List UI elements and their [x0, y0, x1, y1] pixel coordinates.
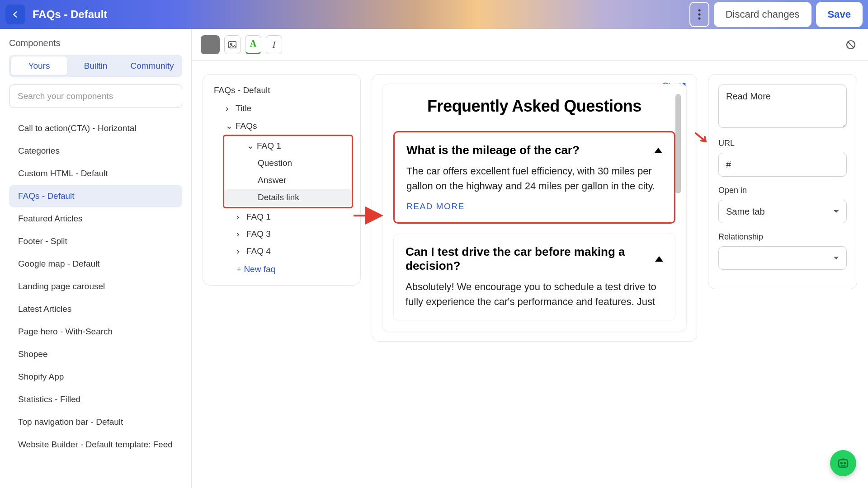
open-in-select[interactable]: Same tab	[718, 200, 847, 223]
outline-highlight: ⌄FAQ 1 Question Answer Details link	[223, 135, 353, 208]
component-tabs: Yours Builtin Community	[9, 55, 182, 77]
canvas-toolbar: A I	[192, 29, 868, 61]
preview-scrollbar[interactable]	[675, 94, 681, 193]
dots-vertical-icon	[698, 9, 701, 20]
faq-answer-text: Absolutely! We encourage you to schedule…	[406, 279, 663, 309]
faq-item-2[interactable]: Can I test drive the car before making a…	[393, 234, 675, 320]
collapse-icon[interactable]	[655, 256, 663, 262]
svg-point-8	[841, 463, 842, 464]
save-button[interactable]: Save	[816, 2, 863, 27]
faq-widget: Frequently Asked Questions What is the m…	[382, 84, 687, 331]
svg-point-4	[230, 43, 232, 45]
component-list-item[interactable]: Featured Articles	[9, 207, 182, 230]
outline-title-node[interactable]: ›Title	[214, 100, 356, 117]
relationship-label: Relationship	[718, 232, 847, 242]
annotation-arrow-1	[353, 209, 384, 224]
properties-panel: Read More URL Open in Same tab Relations…	[708, 74, 857, 289]
canvas-area: A I FAQs - Default ›Title ⌄FAQs ⌄FAQ 1 Q…	[192, 29, 868, 488]
chatbot-icon	[836, 456, 850, 470]
relationship-select[interactable]	[718, 246, 847, 270]
prohibit-icon	[845, 39, 856, 50]
read-more-text-input[interactable]: Read More	[718, 84, 847, 128]
tab-community[interactable]: Community	[124, 56, 180, 75]
discard-button[interactable]: Discard changes	[714, 2, 811, 27]
faq-question-text: What is the mileage of the car?	[406, 143, 580, 157]
annotation-arrow-2	[695, 132, 708, 145]
tab-builtin[interactable]: Builtin	[67, 56, 124, 75]
search-input[interactable]	[18, 91, 174, 101]
sidebar-title: Components	[9, 38, 182, 48]
more-button[interactable]	[689, 2, 709, 27]
component-list-item[interactable]: Top navigation bar - Default	[9, 411, 182, 433]
image-icon	[227, 40, 237, 50]
outline-question[interactable]: Question	[224, 155, 352, 172]
faq-heading: Frequently Asked Questions	[393, 97, 675, 116]
component-list-item[interactable]: Categories	[9, 140, 182, 162]
svg-point-2	[698, 18, 700, 20]
collapse-icon[interactable]	[654, 148, 662, 153]
outline-faqs-node[interactable]: ⌄FAQs	[214, 117, 356, 135]
outline-faq1-open[interactable]: ⌄FAQ 1	[224, 137, 352, 155]
italic-tool[interactable]: I	[266, 35, 282, 54]
svg-point-9	[844, 463, 845, 464]
outline-new-faq[interactable]: + New faq	[214, 260, 356, 274]
svg-point-1	[698, 14, 700, 16]
arrow-left-icon	[10, 9, 20, 19]
back-button[interactable]	[5, 5, 25, 24]
outline-panel: FAQs - Default ›Title ⌄FAQs ⌄FAQ 1 Quest…	[203, 74, 361, 286]
component-list-item[interactable]: FAQs - Default	[9, 185, 182, 207]
component-list-item[interactable]: Shopify App	[9, 366, 182, 388]
component-list-item[interactable]: Custom HTML - Default	[9, 162, 182, 185]
faq-question-text: Can I test drive the car before making a…	[406, 245, 650, 273]
component-list-item[interactable]: Statistics - Filled	[9, 388, 182, 411]
text-color-tool[interactable]: A	[245, 35, 261, 54]
reset-tool[interactable]	[843, 35, 859, 54]
color-swatch[interactable]	[201, 35, 220, 54]
component-list-item[interactable]: Website Builder - Default template: Feed	[9, 433, 182, 456]
tab-yours[interactable]: Yours	[11, 56, 67, 75]
svg-point-0	[698, 9, 700, 12]
preview-panel: Frequently Asked Questions What is the m…	[372, 74, 697, 342]
outline-details-link[interactable]: Details link	[224, 189, 352, 206]
component-list-item[interactable]: Google map - Default	[9, 253, 182, 275]
component-list-item[interactable]: Page hero - With-Search	[9, 320, 182, 343]
components-sidebar: Components Yours Builtin Community Call …	[0, 29, 192, 488]
help-fab[interactable]	[830, 450, 856, 476]
outline-faq-node[interactable]: ›FAQ 3	[214, 225, 356, 243]
outline-answer[interactable]: Answer	[224, 172, 352, 189]
component-list-item[interactable]: Shopee	[9, 343, 182, 366]
faq-read-more-link[interactable]: READ MORE	[406, 202, 465, 211]
component-list-item[interactable]: Call to action(CTA) - Horizontal	[9, 117, 182, 140]
outline-faq-node[interactable]: ›FAQ 1	[214, 208, 356, 225]
open-in-label: Open in	[718, 186, 847, 195]
search-wrapper	[9, 84, 182, 108]
url-input[interactable]	[718, 153, 847, 177]
page-title: FAQs - Default	[33, 8, 682, 21]
outline-root[interactable]: FAQs - Default	[214, 85, 356, 95]
outline-faq-node[interactable]: ›FAQ 4	[214, 243, 356, 260]
component-list-item[interactable]: Latest Articles	[9, 298, 182, 320]
top-bar: FAQs - Default Discard changes Save	[0, 0, 868, 29]
faq-item-1[interactable]: What is the mileage of the car? The car …	[393, 131, 675, 224]
component-list: Call to action(CTA) - HorizontalCategori…	[9, 117, 182, 488]
component-list-item[interactable]: Landing page carousel	[9, 275, 182, 298]
component-list-item[interactable]: Footer - Split	[9, 230, 182, 253]
faq-answer-text: The car offers excellent fuel efficiency…	[406, 164, 662, 193]
url-label: URL	[718, 139, 847, 148]
image-tool[interactable]	[224, 35, 241, 54]
